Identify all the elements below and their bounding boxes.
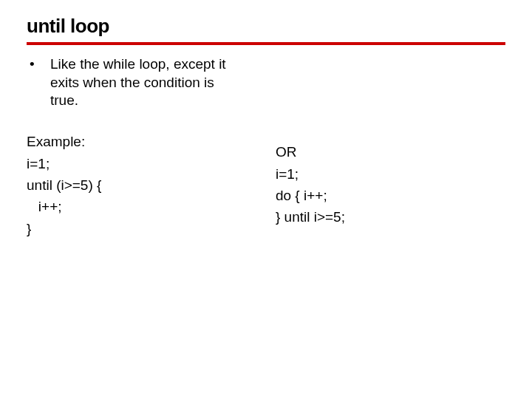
slide-title: until loop xyxy=(27,15,505,38)
code-block-do-until: OR i=1; do { i++; } until i>=5; xyxy=(276,141,505,228)
code-block-until: Example: i=1; until (i>=5) { i++; } xyxy=(27,131,276,239)
title-underline xyxy=(27,42,505,45)
bullet-item: • Like the while loop, except it exits w… xyxy=(30,55,505,110)
slide-body: • Like the while loop, except it exits w… xyxy=(27,55,505,239)
example-columns: Example: i=1; until (i>=5) { i++; } OR i… xyxy=(27,131,505,239)
slide: until loop • Like the while loop, except… xyxy=(0,0,532,239)
example-left: Example: i=1; until (i>=5) { i++; } xyxy=(27,131,276,239)
bullet-mark: • xyxy=(30,55,50,110)
example-right: OR i=1; do { i++; } until i>=5; xyxy=(276,131,505,239)
bullet-text: Like the while loop, except it exits whe… xyxy=(50,55,242,110)
